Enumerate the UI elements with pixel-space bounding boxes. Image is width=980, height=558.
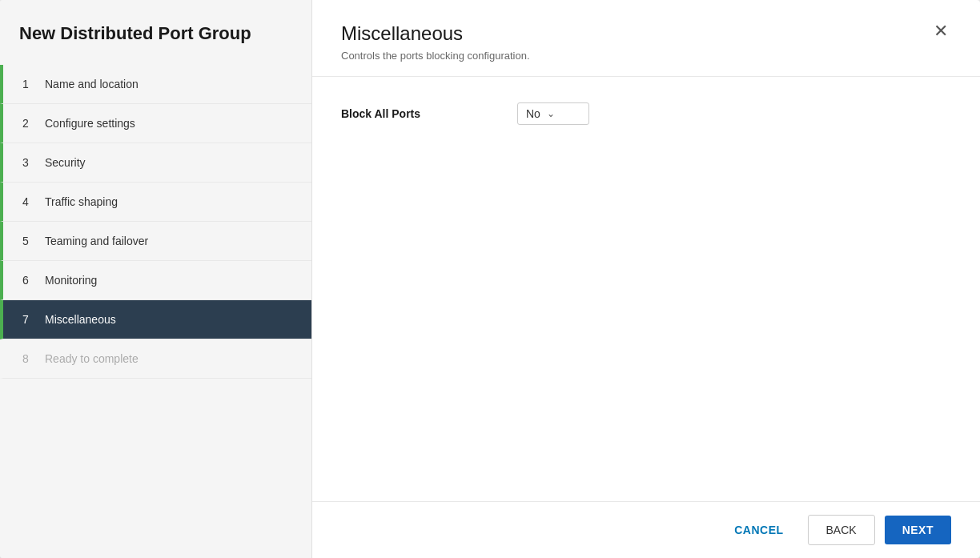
sidebar-title: New Distributed Port Group bbox=[0, 0, 311, 65]
main-header: Miscellaneous Controls the ports blockin… bbox=[312, 0, 980, 77]
field-select-value-0: No bbox=[526, 107, 540, 120]
field-label-0: Block All Ports bbox=[341, 107, 517, 120]
cancel-button[interactable]: CANCEL bbox=[720, 516, 797, 544]
main-body: Block All PortsNo⌄ bbox=[312, 77, 980, 501]
sidebar: New Distributed Port Group 1Name and loc… bbox=[0, 0, 312, 558]
sidebar-step-6[interactable]: 6Monitoring bbox=[0, 261, 311, 300]
step-number-6: 6 bbox=[22, 274, 35, 287]
field-select-0[interactable]: No⌄ bbox=[517, 102, 589, 125]
step-number-7: 7 bbox=[22, 313, 35, 326]
step-label-6: Monitoring bbox=[45, 274, 97, 287]
sidebar-step-4[interactable]: 4Traffic shaping bbox=[0, 183, 311, 222]
close-icon: ✕ bbox=[934, 21, 948, 41]
main-title-area: Miscellaneous Controls the ports blockin… bbox=[341, 22, 530, 62]
next-button[interactable]: NEXT bbox=[885, 516, 951, 544]
step-number-8: 8 bbox=[22, 352, 35, 365]
step-label-2: Configure settings bbox=[45, 117, 135, 130]
main-footer: CANCEL BACK NEXT bbox=[312, 501, 980, 558]
sidebar-step-7[interactable]: 7Miscellaneous bbox=[0, 300, 311, 339]
close-button[interactable]: ✕ bbox=[930, 22, 951, 40]
sidebar-step-8: 8Ready to complete bbox=[0, 339, 311, 379]
main-content: Miscellaneous Controls the ports blockin… bbox=[312, 0, 980, 558]
main-title: Miscellaneous bbox=[341, 22, 530, 45]
chevron-down-icon: ⌄ bbox=[547, 108, 555, 119]
back-button[interactable]: BACK bbox=[808, 515, 875, 545]
dialog: New Distributed Port Group 1Name and loc… bbox=[0, 0, 980, 558]
step-label-1: Name and location bbox=[45, 78, 139, 90]
sidebar-step-1[interactable]: 1Name and location bbox=[0, 65, 311, 104]
step-number-4: 4 bbox=[22, 195, 35, 208]
step-label-7: Miscellaneous bbox=[45, 313, 116, 326]
field-row-0: Block All PortsNo⌄ bbox=[341, 102, 951, 125]
sidebar-step-5[interactable]: 5Teaming and failover bbox=[0, 222, 311, 261]
step-label-5: Teaming and failover bbox=[45, 235, 148, 247]
step-number-1: 1 bbox=[22, 78, 35, 90]
step-number-5: 5 bbox=[22, 235, 35, 247]
step-label-3: Security bbox=[45, 156, 86, 169]
sidebar-step-3[interactable]: 3Security bbox=[0, 143, 311, 183]
step-number-2: 2 bbox=[22, 117, 35, 130]
sidebar-step-2[interactable]: 2Configure settings bbox=[0, 104, 311, 143]
step-label-4: Traffic shaping bbox=[45, 195, 118, 208]
main-subtitle: Controls the ports blocking configuratio… bbox=[341, 50, 530, 62]
sidebar-steps: 1Name and location2Configure settings3Se… bbox=[0, 65, 311, 558]
step-label-8: Ready to complete bbox=[45, 352, 139, 365]
step-number-3: 3 bbox=[22, 156, 35, 169]
